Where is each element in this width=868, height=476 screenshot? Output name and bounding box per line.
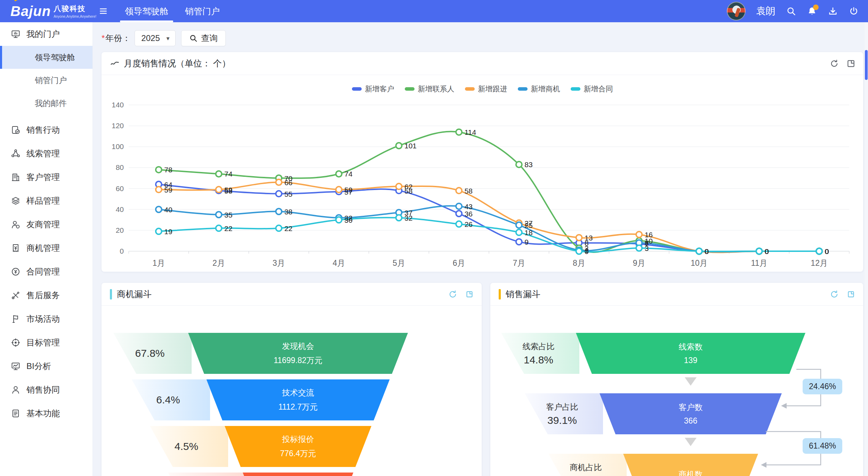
chart-title: 月度销售情况（单位： 个） — [124, 58, 231, 69]
svg-text:9月: 9月 — [633, 258, 645, 268]
line-chart[interactable]: 0204060801001201401月2月3月4月5月6月7月8月9月10月1… — [102, 75, 863, 272]
legend-label: 新增客户 — [365, 84, 394, 94]
sidebar-subitem-2[interactable]: 销管门户 — [0, 69, 93, 92]
action-icon — [10, 125, 21, 135]
funnel-stage-3[interactable]: 投标报价776.4万元 — [225, 426, 371, 467]
sidebar-item-11[interactable]: 目标管理 — [0, 331, 93, 354]
target-icon — [10, 337, 21, 348]
opportunity-icon — [10, 243, 21, 253]
svg-text:40: 40 — [164, 206, 172, 214]
sidebar-item-1[interactable]: 我的门户 — [0, 22, 93, 46]
sidebar-item-label: 基本功能 — [26, 408, 60, 419]
year-select[interactable]: 2025 ▼ — [135, 30, 176, 46]
svg-text:62: 62 — [404, 183, 412, 191]
legend-item-4[interactable]: 新增商机 — [518, 84, 560, 94]
sidebar-item-12[interactable]: BI分析 — [0, 354, 93, 378]
funnel-stage-value: 1112.7万元 — [279, 402, 318, 412]
sidebar-item-4[interactable]: 客户管理 — [0, 165, 93, 189]
svg-text:120: 120 — [112, 122, 124, 130]
svg-text:55: 55 — [284, 190, 292, 198]
query-button[interactable]: 查询 — [181, 30, 226, 46]
svg-text:58: 58 — [465, 187, 473, 195]
refresh-icon[interactable] — [830, 59, 839, 68]
svg-text:74: 74 — [344, 170, 353, 178]
fullscreen-icon[interactable] — [846, 290, 855, 299]
svg-text:140: 140 — [112, 101, 124, 109]
svg-text:74: 74 — [224, 170, 233, 178]
funnel-stage-4[interactable] — [243, 473, 353, 476]
line-chart-area[interactable]: 新增客户新增联系人新增跟进新增商机新增合同 020406080100120140… — [102, 75, 863, 272]
legend-item-2[interactable]: 新增联系人 — [405, 84, 455, 94]
monthly-sales-card-header: 月度销售情况（单位： 个） — [102, 52, 863, 75]
legend-swatch — [518, 87, 528, 91]
sidebar-item-13[interactable]: 销售协同 — [0, 378, 93, 402]
navbar-tab-2[interactable]: 销管门户 — [177, 0, 228, 22]
funnel-stage-name: 发现机会 — [282, 341, 314, 352]
download-icon[interactable] — [828, 6, 838, 16]
sidebar-item-7[interactable]: 商机管理 — [0, 236, 93, 260]
navbar-tabs: 领导驾驶舱销管门户 — [116, 0, 228, 22]
funnel-stage-value: 776.4万元 — [280, 448, 316, 459]
magnifier-icon — [189, 34, 198, 42]
sidebar-item-2[interactable]: 销售行动 — [0, 118, 93, 142]
funnel-stage-name: 技术交流 — [282, 387, 314, 398]
sidebar-item-label: 我的门户 — [26, 28, 60, 40]
opportunity-funnel-card: 商机漏斗 发现机会11699.82万元67.8%技术交流1112.7万元6.4%… — [102, 283, 482, 476]
sample-icon — [10, 196, 21, 206]
svg-text:19: 19 — [164, 228, 172, 236]
refresh-icon[interactable] — [830, 290, 839, 299]
search-icon[interactable] — [786, 6, 796, 16]
sales-funnel-card: 销售漏斗 线索数139线索占比14.8%客户数366客户占比39.1%商机数商机… — [490, 283, 863, 476]
legend-item-1[interactable]: 新增客户 — [352, 84, 394, 94]
customer-icon — [10, 172, 21, 182]
funnel-stage-2[interactable]: 技术交流1112.7万元 — [207, 379, 390, 420]
logo-tagline: Anyone,Anytime,Anywhere! — [54, 15, 96, 18]
opportunity-funnel-chart[interactable]: 发现机会11699.82万元67.8%技术交流1112.7万元6.4%投标报价7… — [102, 306, 482, 476]
svg-text:9: 9 — [524, 238, 529, 246]
conversion-badge-2: 61.48% — [803, 438, 842, 454]
svg-text:78: 78 — [164, 166, 172, 174]
page-scrollbar[interactable] — [865, 22, 868, 476]
conversion-badge-1: 24.46% — [803, 379, 842, 394]
sidebar-item-10[interactable]: 市场活动 — [0, 307, 93, 331]
power-icon[interactable] — [849, 6, 859, 16]
navbar-tab-1[interactable]: 领导驾驶舱 — [116, 0, 177, 22]
sales-funnel-header: 销售漏斗 — [490, 283, 863, 306]
legend-item-5[interactable]: 新增合同 — [571, 84, 613, 94]
sidebar-item-9[interactable]: 售后服务 — [0, 284, 93, 307]
svg-text:10月: 10月 — [691, 258, 708, 268]
sidebar-subitem-1[interactable]: 领导驾驶舱 — [0, 46, 93, 69]
sidebar-item-label: 目标管理 — [26, 337, 60, 348]
sidebar-item-5[interactable]: 样品管理 — [0, 189, 93, 213]
funnel-stage-1[interactable]: 发现机会11699.82万元 — [188, 333, 408, 374]
sidebar-item-label: 商机管理 — [26, 243, 60, 254]
required-mark: * — [102, 33, 105, 43]
svg-text:0: 0 — [120, 247, 124, 255]
scrollbar-thumb[interactable] — [865, 50, 868, 80]
svg-text:8月: 8月 — [573, 258, 585, 268]
sidebar-subitem-3[interactable]: 我的邮件 — [0, 92, 93, 115]
user-name[interactable]: 袁朗 — [756, 5, 775, 18]
collab-icon — [10, 385, 21, 395]
legend-swatch — [465, 87, 475, 91]
app-logo[interactable]: Bajun 八骏科技 Anyone,Anytime,Anywhere! — [0, 0, 93, 22]
sidebar-item-6[interactable]: 友商管理 — [0, 213, 93, 236]
sidebar-item-14[interactable]: 基本功能 — [0, 402, 93, 425]
contract-icon — [10, 266, 21, 277]
fullscreen-icon[interactable] — [846, 59, 855, 68]
sales-funnel-chart[interactable]: 线索数139线索占比14.8%客户数366客户占比39.1%商机数商机占比27.… — [490, 306, 863, 476]
fullscreen-icon[interactable] — [465, 290, 474, 299]
main-content: * 年份： 2025 ▼ 查询 月度销售情况（单位： 个） 新增客户新增联系人新… — [93, 22, 868, 476]
sales-funnel-title: 销售漏斗 — [506, 288, 540, 300]
bell-icon[interactable] — [807, 6, 817, 16]
legend-item-3[interactable]: 新增跟进 — [465, 84, 507, 94]
sidebar-item-8[interactable]: 合同管理 — [0, 260, 93, 284]
refresh-icon[interactable] — [448, 290, 457, 299]
service-icon — [10, 290, 21, 301]
sidebar-item-3[interactable]: 线索管理 — [0, 142, 93, 165]
sidebar: 我的门户领导驾驶舱销管门户我的邮件销售行动线索管理客户管理样品管理友商管理商机管… — [0, 22, 93, 476]
sidebar-item-label: 友商管理 — [26, 219, 60, 230]
logo-cn-text: 八骏科技 — [54, 4, 96, 14]
svg-text:4月: 4月 — [332, 258, 345, 268]
avatar[interactable] — [727, 2, 746, 20]
